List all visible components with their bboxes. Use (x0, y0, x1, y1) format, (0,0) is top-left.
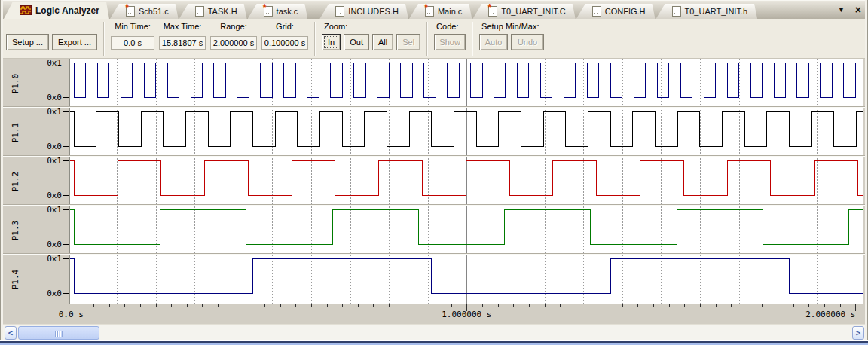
document-modified-icon (126, 6, 135, 17)
range-field: 2.000000 s (210, 36, 257, 50)
min-time-group: Min Time: 0.0 s (111, 20, 154, 53)
channel-name: P1.2 (11, 171, 20, 191)
tab-task-h[interactable]: TASK.H (179, 4, 247, 19)
high-level-label: 0x1 (47, 157, 62, 165)
grid-field: 0.100000 s (261, 36, 308, 50)
toolbar-separator (472, 22, 473, 56)
max-time-field: 15.81807 s (159, 36, 206, 50)
low-level-label: 0x0 (47, 289, 62, 298)
tab-includes-h[interactable]: INCLUDES.H (319, 4, 408, 19)
channel-name: P1.1 (11, 122, 20, 142)
export-button[interactable]: Export ... (52, 34, 97, 50)
horizontal-scrollbar[interactable]: < > (0, 324, 868, 340)
channel-cell-p1-2: P1.2 0x1 0x0 (3, 157, 69, 206)
waveform-channel-3 (69, 206, 863, 255)
tab-label: T0_UART_INIT.C (501, 7, 565, 16)
range-label: Range: (210, 20, 257, 34)
zoom-sel-button: Sel (396, 34, 420, 50)
file-actions-group: Setup ... Export ... (6, 20, 97, 53)
minmax-auto-button: Auto (479, 34, 508, 50)
range-group: Range: 2.000000 s (210, 20, 257, 53)
setup-button[interactable]: Setup ... (6, 34, 49, 50)
waveform-channel-2 (69, 157, 863, 206)
channel-name: P1.0 (11, 73, 20, 93)
tab-label: Main.c (438, 7, 462, 16)
logic-analyzer-icon (20, 5, 32, 15)
window-left-border (0, 0, 3, 340)
document-modified-icon (425, 6, 434, 17)
tab-label: Logic Analyzer (35, 5, 99, 16)
row-separator (0, 106, 868, 108)
code-show-button: Show (434, 34, 466, 50)
zoom-group: Zoom: In Out All Sel (322, 20, 420, 53)
document-modified-icon (264, 6, 273, 17)
code-group: Code: Show (434, 20, 466, 53)
scroll-right-icon[interactable]: > (852, 326, 864, 340)
tab-sch51-c[interactable]: Sch51.c (110, 4, 179, 19)
zoom-out-button[interactable]: Out (344, 34, 369, 50)
window-right-border (865, 0, 868, 340)
high-level-label: 0x1 (47, 206, 62, 214)
axis-ticks (0, 304, 868, 324)
tab-logic-analyzer[interactable]: Logic Analyzer (4, 2, 109, 19)
waveform-channel-1 (69, 108, 863, 157)
setup-minmax-group: Setup Min/Max: Auto Undo (479, 20, 544, 53)
logic-analyzer-toolbar: Setup ... Export ... Min Time: 0.0 s Max… (0, 19, 868, 59)
high-level-label: 0x1 (47, 59, 62, 67)
grid-label: Grid: (261, 20, 308, 34)
grid-group: Grid: 0.100000 s (261, 20, 308, 53)
waveform-panel: P1.0 0x1 0x0 P1.1 0x1 0x0 P1.2 0x1 0x0 P… (0, 59, 868, 304)
high-level-label: 0x1 (47, 255, 62, 263)
close-icon[interactable]: × (855, 5, 861, 15)
setup-minmax-label: Setup Min/Max: (479, 20, 544, 34)
toolbar-separator (103, 22, 105, 56)
tab-label: INCLUDES.H (348, 7, 399, 16)
spacer-label (6, 20, 97, 34)
tab-config-h[interactable]: CONFIG.H (576, 4, 656, 19)
low-level-label: 0x0 (47, 142, 62, 151)
document-icon (672, 6, 681, 17)
code-group-label: Code: (434, 20, 466, 34)
plot-area[interactable] (69, 59, 863, 304)
tab-bar: Logic Analyzer Sch51.c TASK.H task.c INC… (0, 0, 868, 19)
tab-label: task.c (277, 7, 298, 16)
tab-label: T0_UART_INIT.h (685, 7, 748, 16)
toolbar-separator (426, 22, 428, 56)
waveform-channel-0 (69, 59, 863, 108)
tab-main-c[interactable]: Main.c (409, 4, 472, 19)
tab-list-dropdown-icon[interactable]: ▼ (838, 5, 845, 15)
channel-label-column: P1.0 0x1 0x0 P1.1 0x1 0x0 P1.2 0x1 0x0 P… (3, 59, 69, 304)
tab-strip: Logic Analyzer Sch51.c TASK.H task.c INC… (4, 2, 758, 19)
axis-label-end: 2.000000 s (805, 310, 855, 319)
row-separator (0, 155, 868, 157)
high-level-label: 0x1 (47, 108, 62, 116)
zoom-in-button[interactable]: In (322, 34, 341, 50)
scrollbar-thumb[interactable] (18, 326, 99, 340)
minmax-undo-button: Undo (511, 34, 544, 50)
scroll-left-icon[interactable]: < (5, 326, 17, 340)
zoom-all-button[interactable]: All (372, 34, 393, 50)
row-separator (0, 204, 868, 206)
document-modified-icon (488, 6, 497, 17)
tab-t0-uart-init-c[interactable]: T0_UART_INIT.C (472, 4, 575, 19)
document-icon (335, 6, 344, 17)
max-time-group: Max Time: 15.81807 s (159, 20, 206, 53)
low-level-label: 0x0 (47, 93, 62, 102)
channel-cell-p1-1: P1.1 0x1 0x0 (3, 108, 69, 157)
tab-label: Sch51.c (139, 7, 169, 16)
row-separator (0, 253, 868, 255)
zoom-group-label: Zoom: (322, 20, 420, 34)
axis-label-middle: 1.000000 s (442, 310, 491, 319)
tabbar-controls: ▼ × (838, 4, 861, 16)
tab-task-c[interactable]: task.c (248, 4, 308, 19)
channel-cell-p1-4: P1.4 0x1 0x0 (3, 255, 69, 304)
channel-name: P1.4 (11, 269, 20, 289)
tab-t0-uart-init-h[interactable]: T0_UART_INIT.h (656, 4, 758, 19)
time-axis: 0.0 s 1.000000 s 2.000000 s (0, 304, 868, 324)
max-time-label: Max Time: (159, 20, 206, 34)
waveform-channel-4 (69, 255, 863, 304)
toolbar-separator (314, 22, 316, 56)
low-level-label: 0x0 (47, 191, 62, 200)
channel-name: P1.3 (11, 220, 20, 240)
min-time-field: 0.0 s (111, 36, 154, 50)
